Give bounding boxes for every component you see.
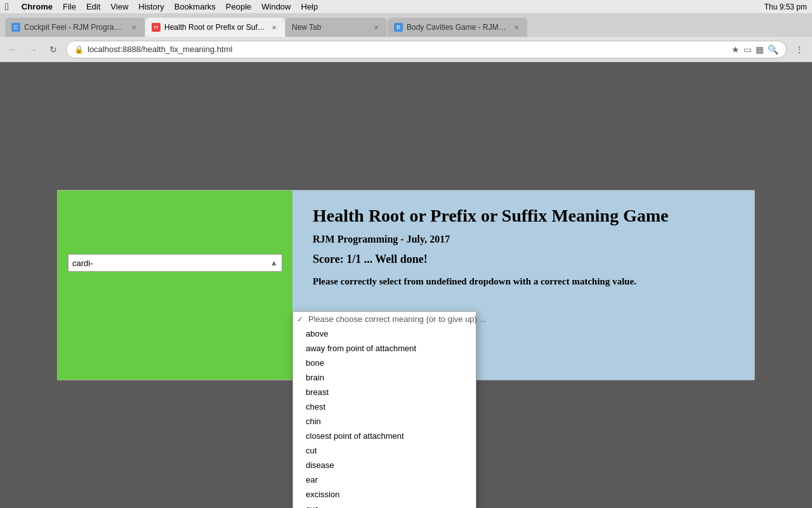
menubar-bookmarks[interactable]: Bookmarks — [174, 2, 216, 11]
tab-close-newtab[interactable]: ✕ — [372, 23, 381, 32]
menubar-edit[interactable]: Edit — [86, 2, 100, 11]
menubar-file[interactable]: File — [63, 2, 76, 11]
tab-cockpit[interactable]: C Cockpit Feel - RJM Programm... ✕ — [5, 18, 145, 37]
tab-close-health[interactable]: ✕ — [270, 23, 278, 32]
left-panel: cardi- ▲ — [58, 190, 292, 380]
tab-healthroot[interactable]: H Health Root or Prefix or Suffix... ✕ — [145, 18, 285, 37]
menubar-view[interactable]: View — [110, 2, 128, 11]
main-container: cardi- ▲ Health Root or Prefix or Suffix… — [57, 190, 755, 380]
dropdown-item-eye[interactable]: eye — [293, 502, 476, 508]
apple-menu[interactable]:  — [5, 1, 9, 13]
tab-label-newtab: New Tab — [292, 23, 368, 32]
address-bar[interactable]: 🔒 localhost:8888/health_fix_meaning.html… — [66, 41, 787, 58]
dropdown-placeholder-text: Please choose correct meaning (or to giv… — [308, 314, 486, 324]
search-icon[interactable]: 🔍 — [768, 44, 778, 55]
dropdown-item-excission[interactable]: excission — [293, 487, 476, 502]
menubar-time: Thu 9:53 pm — [764, 3, 807, 11]
dropdown-item-brain[interactable]: brain — [293, 370, 476, 385]
tab-close-cockpit[interactable]: ✕ — [129, 23, 138, 32]
menubar-help[interactable]: Help — [301, 2, 318, 11]
dropdown-item-bone[interactable]: bone — [293, 356, 476, 370]
url-text: localhost:8888/health_fix_meaning.html — [88, 44, 232, 54]
menubar-people[interactable]: People — [226, 2, 251, 11]
dropdown-item-disease[interactable]: disease — [293, 458, 476, 472]
dropdown-placeholder[interactable]: Please choose correct meaning (or to giv… — [293, 312, 476, 326]
menubar-history[interactable]: History — [138, 2, 164, 11]
settings-icon[interactable]: ⋮ — [792, 42, 807, 57]
game-title: Health Root or Prefix or Suffix Meaning … — [313, 206, 734, 226]
dropdown-item-closest[interactable]: closest point of attachment — [293, 429, 476, 443]
dropdown-item-cut[interactable]: cut — [293, 443, 476, 458]
tab-favicon-health: H — [152, 23, 160, 32]
term-select-value: cardi- — [72, 258, 270, 268]
meaning-dropdown[interactable]: Please choose correct meaning (or to giv… — [292, 311, 476, 508]
right-panel: Health Root or Prefix or Suffix Meaning … — [292, 190, 754, 380]
instruction-text: Please correctly select from undefined d… — [313, 276, 734, 287]
term-select-box[interactable]: cardi- ▲ — [68, 254, 282, 272]
tab-favicon-body: B — [394, 23, 403, 32]
dropdown-item-breast[interactable]: breast — [293, 385, 476, 399]
save-icon[interactable]: ▦ — [756, 44, 764, 55]
dropdown-item-above[interactable]: above — [293, 326, 476, 341]
game-subtitle: RJM Programming - July, 2017 — [313, 234, 734, 245]
menubar:  Chrome File Edit View History Bookmark… — [0, 0, 812, 14]
menubar-chrome[interactable]: Chrome — [22, 2, 53, 11]
reload-button[interactable]: ↻ — [46, 42, 61, 57]
menubar-window[interactable]: Window — [261, 2, 291, 11]
dropdown-item-ear[interactable]: ear — [293, 472, 476, 487]
tab-bar: C Cockpit Feel - RJM Programm... ✕ H Hea… — [0, 14, 812, 37]
select-arrow-icon: ▲ — [270, 258, 278, 267]
tab-label-cockpit: Cockpit Feel - RJM Programm... — [24, 23, 126, 32]
back-button[interactable]: ← — [5, 42, 20, 57]
bookmark-icon[interactable]: ★ — [731, 44, 740, 55]
forward-button[interactable]: → — [25, 42, 41, 57]
score-text: Score: 1/1 ... Well done! — [313, 253, 734, 266]
page-content: cardi- ▲ Health Root or Prefix or Suffix… — [0, 62, 812, 508]
tab-newtab[interactable]: New Tab ✕ — [285, 18, 387, 37]
tab-favicon-cockpit: C — [11, 23, 20, 32]
chrome-window: C Cockpit Feel - RJM Programm... ✕ H Hea… — [0, 14, 812, 508]
menubar-right: Thu 9:53 pm — [764, 3, 807, 11]
dropdown-item-chin[interactable]: chin — [293, 414, 476, 429]
tab-label-body: Body Cavities Game - RJM Pro... — [407, 23, 508, 32]
tab-bodycavities[interactable]: B Body Cavities Game - RJM Pro... ✕ — [388, 18, 527, 37]
cast-icon[interactable]: ▭ — [743, 44, 752, 55]
dropdown-item-away[interactable]: away from point of attachment — [293, 341, 476, 356]
address-bar-icons: ★ ▭ ▦ 🔍 — [731, 44, 778, 55]
tab-close-body[interactable]: ✕ — [512, 23, 521, 32]
lock-icon: 🔒 — [74, 45, 84, 54]
dropdown-item-chest[interactable]: chest — [293, 399, 476, 414]
tab-label-health: Health Root or Prefix or Suffix... — [164, 23, 266, 32]
address-bar-area: ← → ↻ 🔒 localhost:8888/health_fix_meanin… — [0, 37, 812, 62]
